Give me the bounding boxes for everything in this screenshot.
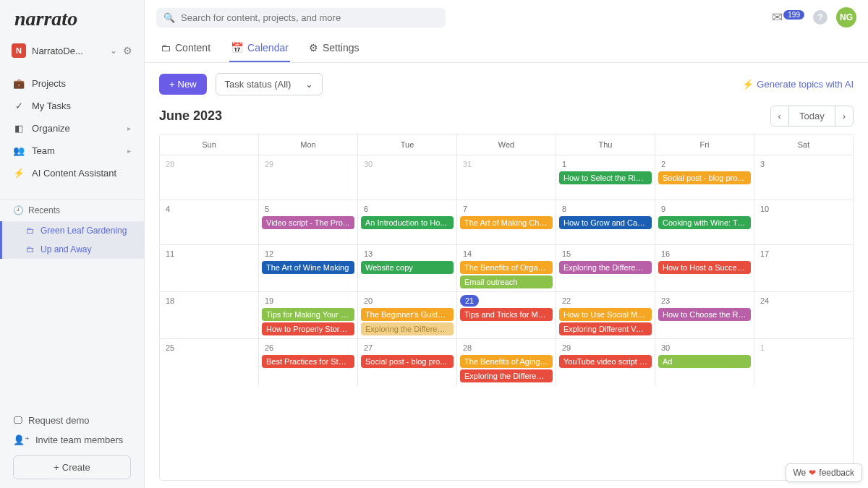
calendar-event[interactable]: The Benefits of Organi...	[460, 261, 553, 274]
calendar-event[interactable]: Cooking with Wine: Tip...	[658, 216, 751, 229]
calendar-cell[interactable]: 15Exploring the Different ...	[556, 244, 655, 291]
task-status-select[interactable]: Task status (All) ⌄	[216, 73, 323, 95]
invite-link[interactable]: 👤⁺ Invite team members	[13, 430, 131, 450]
calendar-cell[interactable]: 17	[754, 244, 853, 291]
tab-settings[interactable]: ⚙Settings	[307, 35, 361, 62]
calendar-event[interactable]: Email outreach	[460, 275, 553, 288]
tab-icon: 🗀	[161, 42, 171, 53]
workspace-selector[interactable]: N NarratoDe... ⌄ ⚙	[0, 38, 144, 64]
day-header: Tue	[358, 134, 457, 155]
calendar-event[interactable]: Tips for Making Your O...	[262, 308, 354, 321]
calendar-event[interactable]: Exploring the Different ...	[460, 369, 553, 382]
calendar-cell[interactable]: 19Tips for Making Your O...How to Proper…	[259, 291, 358, 338]
calendar-event[interactable]: The Beginner's Guide t...	[361, 308, 454, 321]
calendar-event[interactable]: The Art of Wine Making	[262, 261, 354, 274]
calendar-cell[interactable]: 1How to Select the Righ...	[556, 155, 655, 200]
calendar-cell[interactable]: 29	[259, 155, 358, 200]
calendar-event[interactable]: Exploring the Different ...	[559, 261, 652, 274]
gear-icon[interactable]: ⚙	[123, 45, 132, 56]
calendar-event[interactable]: How to Properly Store ...	[262, 322, 354, 335]
calendar-cell[interactable]: 22How to Use Social Me...Exploring Diffe…	[556, 291, 655, 338]
calendar-cell[interactable]: 28The Benefits of Aging ...Exploring the…	[457, 338, 556, 385]
calendar-cell[interactable]: 18	[160, 291, 259, 338]
sidebar-item-projects[interactable]: 💼Projects	[0, 72, 144, 95]
calendar-event[interactable]: Social post - blog pro...	[658, 171, 751, 184]
calendar-cell[interactable]: 4	[160, 200, 259, 244]
calendar-cell[interactable]: 23How to Choose the Rig...	[655, 291, 754, 338]
calendar-cell[interactable]: 7The Art of Making Che...	[457, 200, 556, 244]
calendar-event[interactable]: How to Use Social Me...	[559, 308, 652, 321]
plus-icon: +	[169, 79, 175, 90]
calendar-event[interactable]: Exploring Different Vari...	[559, 322, 652, 335]
calendar-cell[interactable]: 6An Introduction to Ho...	[358, 200, 457, 244]
calendar-cell[interactable]: 8How to Grow and Care...	[556, 200, 655, 244]
sidebar-nav: 💼Projects✓My Tasks◧Organize▸👥Team▸⚡AI Co…	[0, 64, 144, 193]
logo: narrato	[0, 0, 144, 38]
help-button[interactable]: ?	[813, 10, 827, 25]
calendar-cell[interactable]: 31	[457, 155, 556, 200]
calendar-cell[interactable]: 28	[160, 155, 259, 200]
calendar-cell[interactable]: 10	[754, 200, 853, 244]
calendar-cell[interactable]: 26Best Practices for Stori...	[259, 338, 358, 385]
calendar-event[interactable]: An Introduction to Ho...	[361, 216, 454, 229]
sidebar-item-organize[interactable]: ◧Organize▸	[0, 117, 144, 140]
calendar-cell[interactable]: 25	[160, 338, 259, 385]
feedback-widget[interactable]: We ❤ feedback	[786, 463, 863, 482]
calendar-cell[interactable]: 11	[160, 244, 259, 291]
recent-item[interactable]: 🗀Up and Away	[0, 240, 144, 259]
calendar-event[interactable]: How to Choose the Rig...	[658, 308, 751, 321]
prev-month-button[interactable]: ‹	[771, 106, 788, 126]
calendar-cell[interactable]: 13Website copy	[358, 244, 457, 291]
today-button[interactable]: Today	[788, 106, 835, 126]
calendar-cell[interactable]: 14The Benefits of Organi...Email outreac…	[457, 244, 556, 291]
calendar-event[interactable]: YouTube video script o...	[559, 355, 652, 368]
calendar-event[interactable]: Best Practices for Stori...	[262, 355, 354, 368]
calendar-cell[interactable]: 27Social post - blog pro...	[358, 338, 457, 385]
calendar-cell[interactable]: 20The Beginner's Guide t...Exploring the…	[358, 291, 457, 338]
calendar-event[interactable]: Tips and Tricks for Ma...	[460, 308, 553, 321]
notifications-button[interactable]: ✉ 199	[772, 9, 804, 25]
cell-date: 21	[460, 295, 479, 307]
tab-calendar[interactable]: 📅Calendar	[229, 35, 290, 62]
calendar-event[interactable]: Social post - blog pro...	[361, 355, 454, 368]
calendar-event[interactable]: How to Select the Righ...	[559, 171, 652, 184]
recent-label: Up and Away	[41, 244, 92, 254]
calendar-event[interactable]: Website copy	[361, 261, 454, 274]
calendar-cell[interactable]: 2Social post - blog pro...	[655, 155, 754, 200]
cell-date: 9	[658, 203, 668, 215]
calendar-cell[interactable]: 16How to Host a Succes...	[655, 244, 754, 291]
calendar-cell[interactable]: 1	[754, 338, 853, 385]
request-demo-link[interactable]: 🖵 Request demo	[13, 411, 131, 430]
calendar-event[interactable]: The Art of Making Che...	[460, 216, 553, 229]
next-month-button[interactable]: ›	[835, 106, 853, 126]
calendar-cell[interactable]: 30	[358, 155, 457, 200]
search-box[interactable]: 🔍	[156, 8, 446, 27]
calendar-cell[interactable]: 3	[754, 155, 853, 200]
calendar-cell[interactable]: 29YouTube video script o...	[556, 338, 655, 385]
calendar-cell[interactable]: 9Cooking with Wine: Tip...	[655, 200, 754, 244]
calendar-event[interactable]: How to Host a Succes...	[658, 261, 751, 274]
new-button[interactable]: + New	[159, 74, 207, 95]
recent-item[interactable]: 🗀Green Leaf Gardening	[0, 221, 144, 240]
sidebar-item-team[interactable]: 👥Team▸	[0, 140, 144, 162]
search-input[interactable]	[181, 12, 438, 23]
create-button[interactable]: + Create	[13, 455, 131, 479]
calendar-cell[interactable]: 12The Art of Wine Making	[259, 244, 358, 291]
calendar-event[interactable]: Video script - The Pro...	[262, 216, 354, 229]
calendar-cell[interactable]: 21Tips and Tricks for Ma...	[457, 291, 556, 338]
sidebar-item-ai-content-assistant[interactable]: ⚡AI Content Assistant	[0, 162, 144, 184]
cell-date: 5	[262, 203, 272, 215]
calendar-event[interactable]: How to Grow and Care...	[559, 216, 652, 229]
calendar-cell[interactable]: 24	[754, 291, 853, 338]
cell-date: 30	[361, 158, 375, 170]
calendar-event[interactable]: Ad	[658, 355, 751, 368]
avatar[interactable]: NG	[836, 7, 856, 27]
calendar-event[interactable]: Exploring the Different ...	[361, 322, 454, 335]
tab-content[interactable]: 🗀Content	[159, 35, 212, 62]
calendar-event[interactable]: The Benefits of Aging ...	[460, 355, 553, 368]
sidebar-item-my-tasks[interactable]: ✓My Tasks	[0, 95, 144, 117]
calendar-cell[interactable]: 30Ad	[655, 338, 754, 385]
calendar-cell[interactable]: 5Video script - The Pro...	[259, 200, 358, 244]
generate-topics-link[interactable]: ⚡ Generate topics with AI	[742, 79, 854, 90]
chevron-down-icon[interactable]: ⌄	[110, 46, 117, 56]
